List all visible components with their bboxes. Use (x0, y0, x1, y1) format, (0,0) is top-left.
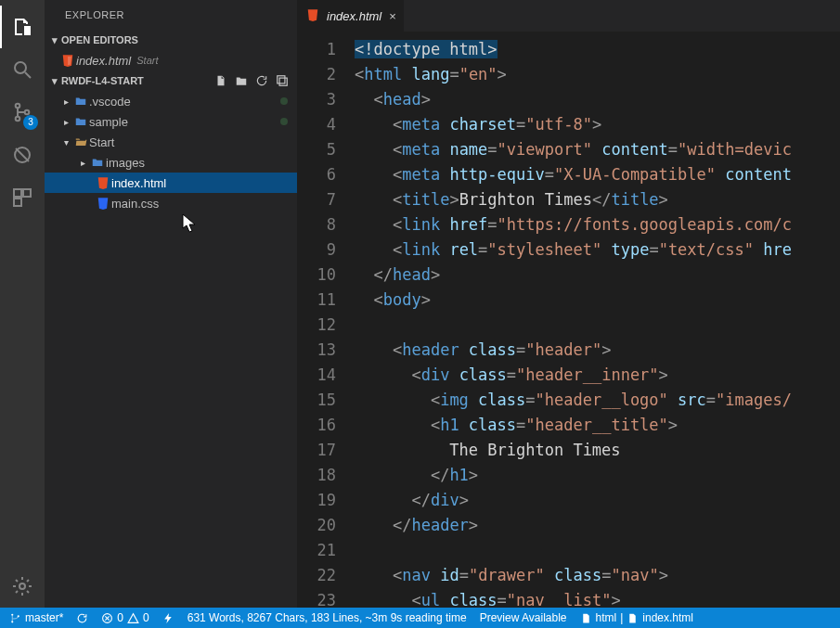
main-area: 3 EXPLORER ▾ OPEN EDITORS i (0, 0, 840, 608)
tree-file-index[interactable]: index.html (45, 173, 297, 193)
svg-point-2 (16, 104, 20, 109)
status-branch[interactable]: master* (6, 608, 67, 628)
status-reading-label: 631 Words, 8267 Chars, 183 Lines, ~3m 9s… (187, 611, 467, 624)
chevron-right-icon: ▸ (59, 117, 72, 127)
open-editors-list: index.html Start (45, 50, 297, 70)
file-icon (580, 612, 592, 624)
svg-point-0 (15, 62, 26, 73)
search-activity[interactable] (0, 48, 45, 91)
debug-activity[interactable] (0, 134, 45, 176)
folder-header[interactable]: ▾ RWDF-L4-START (45, 70, 297, 91)
status-separator: | (620, 611, 623, 624)
tab-close-icon[interactable]: × (389, 9, 396, 23)
tab-index-html[interactable]: index.html × (297, 0, 404, 32)
scm-activity[interactable]: 3 (0, 91, 45, 134)
refresh-icon[interactable] (254, 73, 269, 88)
folder-icon (72, 115, 89, 128)
status-problems[interactable]: 0 0 (97, 608, 152, 628)
chevron-down-icon: ▾ (48, 34, 61, 46)
new-file-icon[interactable] (213, 73, 228, 88)
status-sync[interactable] (72, 608, 92, 628)
status-preview-label: Preview Available (480, 611, 567, 624)
status-bar: master* 0 0 631 Words, 8267 Chars, 183 L… (0, 608, 840, 628)
open-editors-header[interactable]: ▾ OPEN EDITORS (45, 30, 297, 50)
folder-tree: ▸ .vscode ▸ sample ▾ Start ▸ (45, 91, 297, 213)
code-content[interactable]: <!doctype html><html lang="en"> <head> <… (353, 32, 840, 608)
folder-open-icon (72, 135, 89, 148)
editor-area: index.html × 123456789101112131415161718… (297, 0, 840, 608)
collapse-all-icon[interactable] (275, 73, 290, 88)
editor-tabs: index.html × (297, 0, 840, 32)
chevron-right-icon: ▸ (76, 158, 89, 168)
error-icon (101, 612, 113, 624)
html-icon (59, 54, 76, 67)
svg-point-4 (25, 110, 30, 115)
svg-line-1 (25, 72, 31, 78)
status-file-label: index.html (642, 611, 693, 624)
warning-icon (127, 612, 139, 624)
open-editor-hint: Start (136, 55, 158, 66)
sync-icon (76, 612, 88, 624)
settings-activity[interactable] (0, 565, 45, 608)
tree-folder-images[interactable]: ▸ images (45, 152, 297, 173)
svg-rect-9 (14, 199, 21, 206)
sidebar-title: EXPLORER (45, 0, 297, 30)
folder-icon (72, 95, 89, 108)
status-warnings: 0 (143, 611, 149, 624)
status-reading-time[interactable]: 631 Words, 8267 Chars, 183 Lines, ~3m 9s… (184, 608, 471, 628)
status-preview[interactable]: Preview Available (476, 608, 571, 628)
tab-title: index.html (327, 9, 381, 23)
folder-label: RWDF-L4-START (61, 75, 213, 86)
tree-folder-vscode[interactable]: ▸ .vscode (45, 91, 297, 111)
tree-item-label: .vscode (89, 95, 131, 109)
status-errors: 0 (117, 611, 123, 624)
new-folder-icon[interactable] (234, 73, 249, 88)
svg-point-3 (16, 117, 20, 122)
svg-point-13 (11, 613, 13, 615)
svg-rect-7 (14, 189, 21, 197)
chevron-down-icon: ▾ (48, 75, 61, 87)
svg-rect-12 (279, 78, 287, 85)
bug-icon (11, 144, 33, 166)
status-lightning[interactable] (159, 608, 178, 628)
tree-item-label: index.html (111, 176, 166, 190)
css-icon (95, 197, 111, 210)
svg-point-14 (11, 621, 13, 622)
explorer-activity[interactable] (0, 6, 45, 48)
tree-file-maincss[interactable]: main.css (45, 193, 297, 213)
extensions-activity[interactable] (0, 176, 45, 219)
open-editors-label: OPEN EDITORS (61, 34, 297, 45)
svg-point-10 (19, 583, 25, 589)
status-branch-label: master* (25, 611, 63, 624)
open-editor-name: index.html (76, 54, 131, 68)
folder-icon (89, 156, 106, 169)
extensions-icon (11, 186, 33, 209)
chevron-right-icon: ▸ (59, 96, 72, 107)
tree-item-label: images (106, 156, 145, 170)
html-icon (95, 176, 111, 189)
open-editor-item[interactable]: index.html Start (45, 50, 297, 70)
tree-item-label: sample (89, 115, 128, 129)
status-language[interactable]: html | index.html (576, 608, 698, 628)
file-icon (627, 612, 639, 624)
tree-folder-start[interactable]: ▾ Start (45, 132, 297, 152)
activity-bar: 3 (0, 0, 45, 608)
svg-rect-11 (278, 76, 285, 83)
mouse-cursor-icon (182, 213, 200, 234)
search-icon (11, 58, 33, 81)
chevron-down-icon: ▾ (59, 137, 72, 147)
code-editor[interactable]: 1234567891011121314151617181920212223 <!… (297, 32, 840, 608)
files-icon (11, 16, 33, 38)
svg-line-6 (16, 148, 29, 161)
bolt-icon (162, 612, 174, 624)
gear-icon (11, 575, 33, 597)
status-lang-label: html (596, 611, 617, 624)
tree-folder-sample[interactable]: ▸ sample (45, 111, 297, 132)
html-icon (306, 8, 321, 23)
branch-icon (9, 612, 21, 624)
tree-item-label: Start (89, 135, 114, 149)
dirty-dot-icon (280, 97, 288, 105)
dirty-dot-icon (280, 118, 288, 125)
folder-actions (213, 73, 297, 88)
svg-rect-8 (23, 189, 31, 197)
